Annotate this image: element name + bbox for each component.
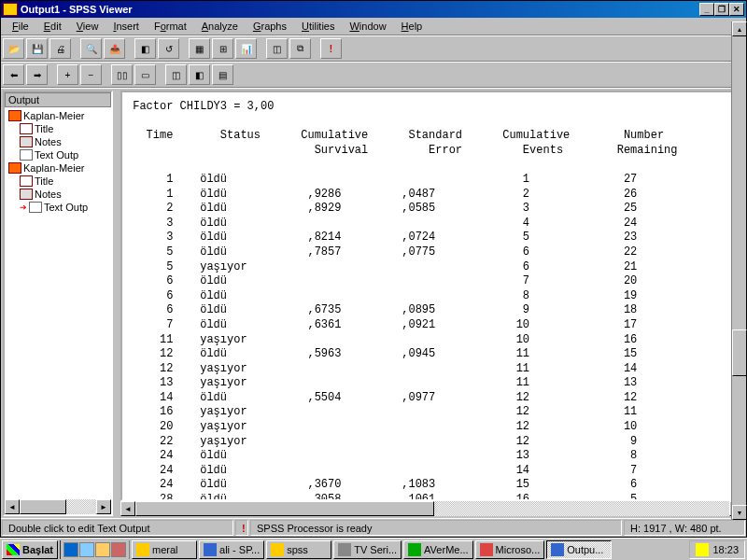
menu-graphs[interactable]: Graphs [246, 19, 294, 34]
ql-ie-icon[interactable] [63, 542, 78, 557]
taskbar-item[interactable]: Outpu... [546, 540, 612, 559]
promote-icon[interactable]: + [57, 64, 78, 85]
preview-icon[interactable]: 🔍 [80, 38, 102, 59]
toolbar-2: ⬅ ➡ + − ▯▯ ▭ ◫ ◧ ▤ [1, 62, 746, 88]
outline-icon[interactable]: ▯▯ [111, 64, 133, 85]
taskbar-item[interactable]: TV Seri... [333, 540, 402, 559]
status-bar: Double click to edit Text Output ! SPSS … [1, 518, 746, 537]
menu-insert[interactable]: Insert [106, 19, 147, 34]
tree-item[interactable]: Kaplan-Meier [7, 161, 109, 175]
ql-desktop-icon[interactable] [79, 542, 94, 557]
history-icon[interactable]: ↺ [158, 38, 179, 59]
goto-icon[interactable]: ▦ [189, 38, 210, 59]
taskbar-item[interactable]: meral [132, 540, 197, 559]
start-label: Başlat [22, 544, 53, 555]
maximize-button[interactable]: ❐ [714, 3, 729, 16]
tree-hscroll[interactable]: ◄► [5, 499, 111, 514]
output-vscroll[interactable]: ▴ ▾ [731, 88, 746, 518]
output-pane: Factor CHILDY3 = 3,00 Time Status Cumula… [120, 91, 744, 516]
print-icon[interactable]: 🖨 [49, 38, 71, 59]
status-hint: Double click to edit Text Output [2, 520, 233, 536]
toolbar-1: 📂 💾 🖨 🔍 📤 ◧ ↺ ▦ ⊞ 📊 ◫ ⧉ ! [1, 35, 746, 62]
tree-item[interactable]: Kaplan-Meier [7, 109, 109, 122]
demote-icon[interactable]: − [80, 64, 102, 85]
close-button[interactable]: ✕ [729, 3, 744, 16]
tree-item[interactable]: Text Outp [7, 148, 109, 161]
tree-item[interactable]: ➔Text Outp [7, 201, 109, 214]
outline-tree[interactable]: Kaplan-MeierTitleNotesText OutpKaplan-Me… [5, 107, 111, 499]
variables-icon[interactable]: ⧉ [289, 38, 311, 59]
output-hscroll[interactable]: ◄► [120, 501, 744, 516]
system-tray[interactable]: 18:23 [689, 540, 745, 559]
menu-help[interactable]: Help [394, 19, 430, 34]
status-flag-icon: ! [235, 520, 248, 536]
chart-icon[interactable]: 📊 [235, 38, 257, 59]
page-icon[interactable]: ▭ [134, 64, 156, 85]
insert-title-icon[interactable]: ◧ [189, 64, 210, 85]
menu-edit[interactable]: Edit [36, 19, 69, 34]
start-button[interactable]: Başlat [2, 540, 58, 559]
app-window: Output1 - SPSS Viewer _ ❐ ✕ File Edit Vi… [0, 0, 747, 538]
insert-text-icon[interactable]: ▤ [212, 64, 233, 85]
tree-item[interactable]: Title [7, 122, 109, 135]
tree-item[interactable]: Notes [7, 188, 109, 201]
dialog-icon[interactable]: ◧ [134, 38, 156, 59]
tree-item[interactable]: Title [7, 175, 109, 188]
status-processor: SPSS Processor is ready [250, 520, 622, 536]
ql-outlook-icon[interactable] [95, 542, 110, 557]
titlebar: Output1 - SPSS Viewer _ ❐ ✕ [1, 1, 746, 18]
splitter[interactable] [115, 89, 119, 518]
forward-icon[interactable]: ➡ [26, 64, 48, 85]
menu-view[interactable]: View [69, 19, 106, 34]
tray-vol-icon[interactable] [696, 543, 709, 556]
run-icon[interactable]: ! [320, 38, 342, 59]
taskbar-item[interactable]: Microso... [475, 540, 545, 559]
cases-icon[interactable]: ⊞ [212, 38, 233, 59]
taskbar-item[interactable]: ali - SP... [199, 540, 264, 559]
menu-window[interactable]: Window [342, 19, 393, 34]
open-icon[interactable]: 📂 [3, 38, 24, 59]
menubar: File Edit View Insert Format Analyze Gra… [1, 18, 746, 35]
taskbar-item[interactable]: spss [266, 540, 331, 559]
windows-flag-icon [7, 544, 20, 555]
text-output[interactable]: Factor CHILDY3 = 3,00 Time Status Cumula… [120, 91, 744, 501]
insert-head-icon[interactable]: ◫ [165, 64, 187, 85]
menu-utilities[interactable]: Utilities [294, 19, 342, 34]
outline-pane: Output Kaplan-MeierTitleNotesText OutpKa… [3, 91, 113, 516]
quick-launch [60, 540, 130, 559]
pane-title: Output [5, 92, 111, 107]
export-icon[interactable]: 📤 [104, 38, 125, 59]
app-icon [3, 3, 18, 16]
taskbar-item[interactable]: AVerMe... [403, 540, 472, 559]
back-icon[interactable]: ⬅ [3, 64, 24, 85]
status-dims: H: 1917 , W: 480 pt. [624, 520, 745, 536]
taskbar: Başlat meralali - SP...spssTV Seri...AVe… [0, 538, 747, 560]
select-icon[interactable]: ◫ [266, 38, 288, 59]
clock: 18:23 [712, 544, 739, 555]
window-title: Output1 - SPSS Viewer [21, 4, 699, 15]
tree-item[interactable]: Notes [7, 135, 109, 148]
save-icon[interactable]: 💾 [26, 38, 48, 59]
minimize-button[interactable]: _ [699, 3, 714, 16]
ql-app-icon[interactable] [111, 542, 126, 557]
menu-file[interactable]: File [5, 19, 36, 34]
menu-analyze[interactable]: Analyze [194, 19, 246, 34]
menu-format[interactable]: Format [147, 19, 194, 34]
